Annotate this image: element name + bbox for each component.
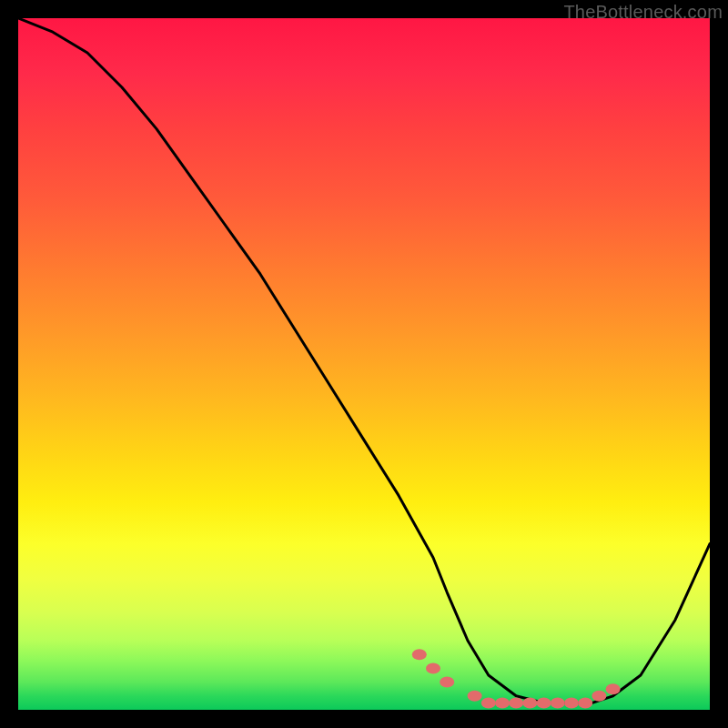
highlight-dot bbox=[412, 649, 427, 660]
highlight-dot bbox=[578, 697, 592, 708]
bottleneck-curve bbox=[18, 18, 710, 703]
highlight-dot bbox=[495, 697, 510, 708]
highlight-dot bbox=[606, 683, 621, 694]
chart-frame: TheBottleneck.com bbox=[0, 0, 728, 728]
highlight-dot bbox=[564, 697, 579, 708]
highlight-dot bbox=[509, 697, 523, 708]
highlight-dot bbox=[426, 662, 440, 673]
highlight-dot bbox=[481, 697, 496, 708]
highlight-dot bbox=[537, 697, 551, 708]
highlight-dot bbox=[592, 691, 606, 702]
highlight-dot bbox=[468, 691, 482, 702]
highlight-dot bbox=[551, 697, 565, 708]
watermark-text: TheBottleneck.com bbox=[563, 2, 723, 23]
curve-layer bbox=[18, 18, 710, 710]
highlight-dot bbox=[440, 677, 454, 688]
highlight-dot bbox=[522, 697, 537, 708]
plot-area bbox=[18, 18, 710, 710]
